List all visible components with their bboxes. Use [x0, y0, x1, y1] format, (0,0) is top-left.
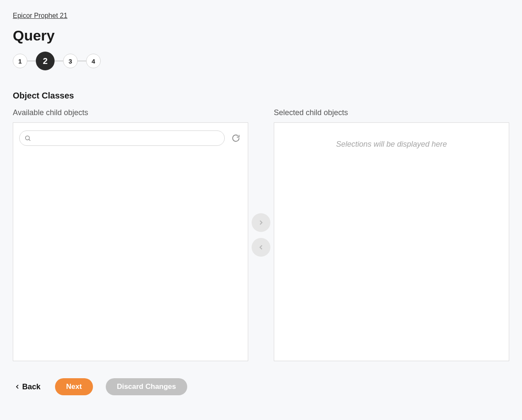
refresh-icon — [232, 134, 240, 142]
svg-point-0 — [26, 136, 29, 140]
step-connector — [27, 61, 36, 61]
available-panel — [13, 122, 248, 361]
search-icon — [24, 135, 31, 142]
transfer-buttons — [252, 213, 270, 257]
search-input[interactable] — [19, 130, 225, 146]
page-title: Query — [13, 27, 509, 44]
step-connector — [78, 61, 86, 61]
back-button[interactable]: Back — [13, 379, 42, 395]
refresh-button[interactable] — [230, 132, 242, 144]
available-label: Available child objects — [13, 108, 248, 117]
step-4[interactable]: 4 — [86, 54, 101, 68]
move-right-button[interactable] — [252, 213, 270, 232]
svg-line-1 — [29, 139, 30, 141]
discard-button[interactable]: Discard Changes — [106, 378, 187, 395]
section-heading: Object Classes — [13, 91, 509, 101]
stepper: 1 2 3 4 — [13, 52, 509, 70]
step-2[interactable]: 2 — [36, 52, 55, 70]
breadcrumb: Epicor Prophet 21 — [13, 12, 509, 20]
selected-label: Selected child objects — [274, 108, 509, 117]
chevron-right-icon — [257, 219, 265, 226]
move-left-button[interactable] — [252, 238, 270, 257]
step-connector — [55, 61, 63, 61]
step-3[interactable]: 3 — [63, 54, 78, 68]
chevron-left-icon — [14, 384, 20, 390]
chevron-left-icon — [257, 243, 265, 251]
back-button-label: Back — [22, 382, 41, 391]
selected-empty-text: Selections will be displayed here — [274, 123, 509, 166]
next-button[interactable]: Next — [55, 378, 93, 395]
step-1[interactable]: 1 — [13, 54, 27, 68]
breadcrumb-link[interactable]: Epicor Prophet 21 — [13, 12, 67, 19]
selected-panel: Selections will be displayed here — [274, 122, 509, 361]
